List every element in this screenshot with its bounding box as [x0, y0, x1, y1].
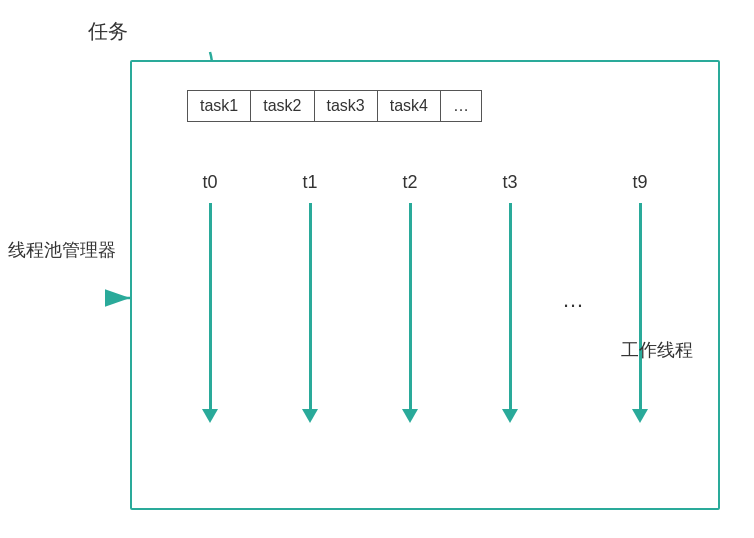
task-cell-3: task3	[315, 91, 378, 121]
arrow-line	[639, 203, 642, 409]
thread-t2: t2	[402, 172, 418, 492]
middle-dots: …	[562, 287, 584, 313]
thread-t9-label: t9	[632, 172, 647, 193]
task-cell-4: task4	[378, 91, 441, 121]
arrow-line	[509, 203, 512, 409]
arrow-head	[502, 409, 518, 423]
task-cell-2: task2	[251, 91, 314, 121]
task-queue: task1 task2 task3 task4 …	[187, 90, 482, 122]
arrow-line	[409, 203, 412, 409]
thread-t3: t3	[502, 172, 518, 492]
manager-label: 线程池管理器	[8, 238, 116, 262]
task-cell-1: task1	[188, 91, 251, 121]
thread-t9-arrow	[632, 203, 648, 423]
main-diagram-box: task1 task2 task3 task4 … t0 t1 t2	[130, 60, 720, 510]
arrow-line	[209, 203, 212, 409]
thread-t1-arrow	[302, 203, 318, 423]
arrow-line	[309, 203, 312, 409]
arrow-head	[202, 409, 218, 423]
arrow-head	[632, 409, 648, 423]
thread-t0-arrow	[202, 203, 218, 423]
arrow-head	[302, 409, 318, 423]
arrow-head	[402, 409, 418, 423]
thread-t3-label: t3	[502, 172, 517, 193]
task-cell-dots: …	[441, 91, 481, 121]
thread-t1: t1	[302, 172, 318, 492]
thread-t9: t9	[632, 172, 648, 492]
thread-t2-label: t2	[402, 172, 417, 193]
thread-t1-label: t1	[302, 172, 317, 193]
workers-area: t0 t1 t2 t3	[132, 172, 718, 492]
worker-label: 工作线程	[621, 338, 693, 362]
thread-t0: t0	[202, 172, 218, 492]
task-label: 任务	[88, 18, 128, 45]
thread-t3-arrow	[502, 203, 518, 423]
thread-t0-label: t0	[202, 172, 217, 193]
thread-t2-arrow	[402, 203, 418, 423]
